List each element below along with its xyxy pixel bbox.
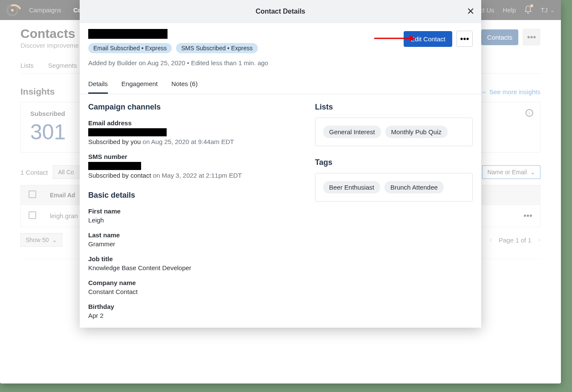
sms-subscribed-text: Subscribed by contact on May 3, 2022 at …	[88, 172, 289, 179]
campaign-channels-heading: Campaign channels	[88, 103, 289, 112]
tag-pill[interactable]: Brunch Attendee	[384, 181, 444, 193]
tags-heading: Tags	[315, 158, 473, 167]
company-name-label: Company name	[88, 279, 289, 286]
close-icon[interactable]: ✕	[467, 6, 474, 17]
email-address-label: Email address	[88, 119, 289, 127]
sms-number-label: SMS number	[88, 153, 289, 160]
job-title-label: Job title	[88, 255, 289, 262]
sms-subscription-badge: SMS Subscribed • Express	[176, 43, 258, 53]
list-pill[interactable]: Monthly Pub Quiz	[385, 126, 448, 138]
tab-details[interactable]: Details	[88, 76, 108, 94]
modal-titlebar: Contact Details ✕	[80, 0, 481, 23]
lists-heading: Lists	[315, 103, 473, 112]
job-title-value: Knowledge Base Content Developer	[88, 264, 289, 271]
contact-details-modal: Contact Details ✕ Email Subscribed • Exp…	[80, 0, 481, 328]
first-name-label: First name	[88, 208, 289, 215]
edit-contact-button[interactable]: Edit Contact	[404, 31, 452, 47]
birthday-label: Birthday	[88, 303, 289, 310]
modal-backdrop: Contact Details ✕ Email Subscribed • Exp…	[0, 0, 561, 383]
tags-box: Beer Enthusiast Brunch Attendee	[315, 173, 473, 202]
tab-engagement[interactable]: Engagement	[121, 76, 158, 94]
company-name-value: Constant Contact	[88, 288, 289, 295]
contact-meta-text: Added by Builder on Aug 25, 2020 • Edite…	[88, 59, 473, 66]
email-subscription-badge: Email Subscribed • Express	[88, 43, 172, 53]
list-pill[interactable]: General Interest	[323, 126, 381, 138]
modal-title: Contact Details	[256, 8, 305, 15]
tab-notes[interactable]: Notes (6)	[171, 76, 198, 94]
sms-redacted	[88, 162, 141, 170]
first-name-value: Leigh	[88, 216, 289, 224]
tag-pill[interactable]: Beer Enthusiast	[323, 181, 380, 193]
basic-details-heading: Basic details	[88, 191, 289, 200]
contact-name-redacted	[88, 29, 168, 39]
last-name-value: Grammer	[88, 240, 289, 248]
dots-icon: •••	[460, 34, 469, 44]
last-name-label: Last name	[88, 231, 289, 239]
email-redacted	[88, 128, 167, 136]
birthday-value: Apr 2	[88, 312, 289, 319]
email-subscribed-text: Subscribed by you on Aug 25, 2020 at 9:4…	[88, 138, 289, 145]
modal-left-column: Campaign channels Email address Subscrib…	[88, 103, 289, 319]
lists-box: General Interest Monthly Pub Quiz	[315, 118, 473, 146]
modal-right-column: Lists General Interest Monthly Pub Quiz …	[315, 103, 473, 319]
contact-more-button[interactable]: •••	[456, 31, 473, 47]
